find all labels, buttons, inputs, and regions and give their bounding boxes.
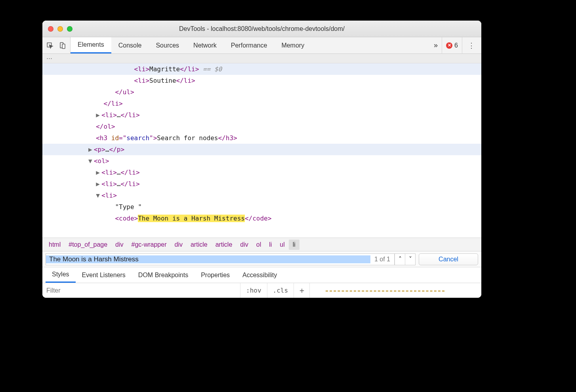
breadcrumb: html #top_of_page div #gc-wrapper div ar… — [42, 238, 481, 251]
breadcrumb-item[interactable]: div — [111, 240, 127, 250]
inspect-icon[interactable] — [46, 42, 54, 49]
tree-node[interactable]: </ol> — [42, 121, 481, 132]
tree-node[interactable]: ▶<li>…</li> — [42, 109, 481, 121]
styles-filter-input[interactable] — [46, 287, 236, 294]
search-box: 1 of 1 ˄ ˅ — [46, 253, 416, 265]
search-bar: 1 of 1 ˄ ˅ Cancel — [42, 251, 481, 267]
breadcrumb-item[interactable]: div — [171, 240, 187, 250]
subtab-dom-breakpoints[interactable]: DOM Breakpoints — [132, 267, 195, 283]
kebab-icon[interactable]: ⋮ — [462, 37, 481, 53]
tree-node[interactable]: <h3 id="search">Search for nodes</h3> — [42, 132, 481, 144]
search-match: The Moon is a Harsh Mistress — [138, 215, 245, 222]
tree-node[interactable]: ▶<li>…</li> — [42, 178, 481, 190]
tree-node[interactable]: ▶<li>…</li> — [42, 167, 481, 178]
styles-toolbar: :hov .cls ＋ — [42, 283, 481, 298]
text-soutine: Soutine — [149, 77, 176, 84]
overflow-tabs-icon[interactable]: » — [430, 41, 442, 49]
breadcrumb-item[interactable]: div — [236, 240, 252, 250]
breadcrumb-item[interactable]: article — [187, 240, 212, 250]
tree-node[interactable]: ▼<li> — [42, 190, 481, 201]
cls-toggle[interactable]: .cls — [267, 283, 294, 298]
tab-elements[interactable]: Elements — [71, 37, 111, 53]
zoom-icon[interactable] — [67, 26, 72, 32]
tab-console[interactable]: Console — [111, 37, 149, 53]
breadcrumb-item[interactable]: html — [45, 240, 65, 250]
box-model-fragment — [326, 291, 444, 292]
tab-network[interactable]: Network — [186, 37, 224, 53]
text-magritte: Magritte — [149, 65, 180, 73]
device-icon[interactable] — [58, 42, 67, 49]
collapsed-ancestors-bar[interactable]: ⋯ — [42, 54, 481, 63]
error-badge[interactable]: ✕ 6 — [442, 37, 462, 53]
tab-memory[interactable]: Memory — [274, 37, 311, 53]
new-style-rule-icon[interactable]: ＋ — [294, 283, 310, 298]
titlebar: DevTools - localhost:8080/web/tools/chro… — [42, 21, 481, 37]
breadcrumb-item[interactable]: li — [265, 240, 276, 250]
panel-tabs: Elements Console Sources Network Perform… — [71, 37, 430, 53]
error-count: 6 — [454, 42, 458, 49]
devtools-window: DevTools - localhost:8080/web/tools/chro… — [42, 21, 481, 298]
toolbar: Elements Console Sources Network Perform… — [42, 37, 481, 54]
search-prev-icon[interactable]: ˄ — [395, 254, 405, 265]
selected-marker: == $0 — [199, 65, 222, 73]
svg-rect-2 — [62, 44, 65, 48]
minimize-icon[interactable] — [57, 26, 63, 32]
subtab-event-listeners[interactable]: Event Listeners — [76, 267, 132, 283]
breadcrumb-item-current[interactable]: li — [289, 240, 299, 250]
breadcrumb-item[interactable]: article — [212, 240, 237, 250]
tree-node[interactable]: ▶<p>…</p> — [42, 144, 481, 155]
search-input[interactable] — [46, 255, 370, 263]
tree-node-selected[interactable]: <li>Magritte</li> == $0 — [42, 63, 481, 75]
cancel-button[interactable]: Cancel — [419, 253, 478, 265]
error-icon: ✕ — [446, 42, 452, 49]
subtab-properties[interactable]: Properties — [195, 267, 236, 283]
tree-node[interactable]: </ul> — [42, 86, 481, 98]
tree-node[interactable]: </li> — [42, 98, 481, 109]
traffic-lights — [42, 26, 72, 32]
search-count: 1 of 1 — [370, 254, 395, 265]
breadcrumb-item[interactable]: ul — [276, 240, 288, 250]
tree-node[interactable]: <code>The Moon is a Harsh Mistress</code… — [42, 213, 481, 224]
breadcrumb-item[interactable]: ol — [252, 240, 265, 250]
hov-toggle[interactable]: :hov — [240, 283, 267, 298]
breadcrumb-item[interactable]: #top_of_page — [65, 240, 111, 250]
tab-performance[interactable]: Performance — [224, 37, 275, 53]
tree-node[interactable]: <li>Soutine</li> — [42, 75, 481, 86]
search-next-icon[interactable]: ˅ — [405, 254, 415, 265]
styles-tabs: Styles Event Listeners DOM Breakpoints P… — [42, 267, 481, 283]
subtab-styles[interactable]: Styles — [46, 267, 76, 283]
tab-sources[interactable]: Sources — [149, 37, 186, 53]
close-icon[interactable] — [48, 26, 53, 32]
tree-node[interactable]: "Type " — [42, 201, 481, 213]
subtab-accessibility[interactable]: Accessibility — [236, 267, 283, 283]
tree-node[interactable]: ▼<ol> — [42, 155, 481, 167]
breadcrumb-item[interactable]: #gc-wrapper — [128, 240, 171, 250]
dom-tree[interactable]: <li>Magritte</li> == $0 <li>Soutine</li>… — [42, 63, 481, 238]
window-title: DevTools - localhost:8080/web/tools/chro… — [42, 25, 481, 32]
